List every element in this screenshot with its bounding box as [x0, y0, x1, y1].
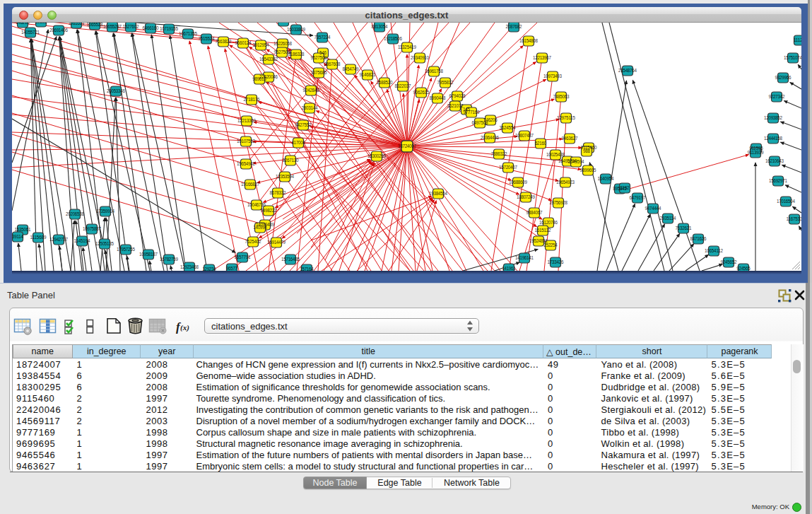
- svg-text:10975887: 10975887: [83, 226, 101, 231]
- svg-text:12444158: 12444158: [764, 136, 782, 141]
- svg-text:10973493: 10973493: [543, 74, 562, 78]
- svg-text:2935114: 2935114: [660, 216, 676, 221]
- svg-text:12093852: 12093852: [764, 115, 782, 120]
- svg-text:20691: 20691: [35, 23, 47, 24]
- svg-text:10655287: 10655287: [103, 24, 122, 29]
- svg-text:19384554: 19384554: [429, 191, 447, 196]
- svg-text:14055721: 14055721: [21, 30, 40, 35]
- svg-text:7625402: 7625402: [245, 239, 261, 244]
- svg-text:6479197: 6479197: [630, 195, 646, 200]
- svg-text:6466160: 6466160: [143, 25, 159, 30]
- svg-text:8990448: 8990448: [430, 95, 446, 100]
- svg-text:1733426: 1733426: [548, 259, 564, 264]
- svg-text:17359914: 17359914: [96, 209, 114, 214]
- svg-text:10025438: 10025438: [546, 152, 565, 157]
- svg-text:18300295: 18300295: [367, 153, 386, 158]
- svg-text:15751074: 15751074: [784, 55, 801, 60]
- svg-text:12213369: 12213369: [237, 118, 256, 123]
- svg-text:141961: 141961: [502, 266, 516, 271]
- svg-text:10958187: 10958187: [139, 252, 158, 257]
- svg-text:9113939: 9113939: [748, 150, 764, 155]
- svg-text:9242848: 9242848: [303, 88, 319, 93]
- svg-text:20340910: 20340910: [411, 55, 429, 60]
- svg-text:1615132: 1615132: [535, 228, 551, 233]
- svg-text:16914479: 16914479: [267, 240, 286, 245]
- svg-text:21548764: 21548764: [618, 68, 637, 73]
- svg-text:1621072: 1621072: [447, 103, 464, 108]
- svg-text:7357224: 7357224: [314, 35, 331, 40]
- svg-text:8454749: 8454749: [343, 66, 359, 71]
- svg-text:16154808: 16154808: [519, 38, 538, 43]
- svg-text:12942737: 12942737: [49, 237, 68, 242]
- svg-text:39114: 39114: [12, 234, 24, 239]
- svg-text:8186328: 8186328: [288, 52, 305, 57]
- svg-text:1115689: 1115689: [30, 235, 47, 240]
- svg-text:18724007: 18724007: [398, 144, 416, 148]
- svg-text:2867608: 2867608: [324, 62, 341, 66]
- svg-text:16782759: 16782759: [160, 257, 178, 262]
- svg-text:8813054: 8813054: [372, 24, 388, 29]
- svg-text:19654942: 19654942: [237, 161, 255, 166]
- svg-text:417004: 417004: [291, 140, 305, 145]
- svg-text:9657791: 9657791: [235, 255, 251, 259]
- svg-text:19756928: 19756928: [549, 200, 567, 205]
- svg-text:7955812: 7955812: [437, 80, 454, 85]
- svg-text:9884067: 9884067: [526, 210, 543, 215]
- svg-text:20053346: 20053346: [107, 88, 125, 93]
- svg-text:3624554: 3624554: [500, 125, 516, 130]
- svg-text:160338: 160338: [276, 23, 290, 23]
- svg-text:1145194: 1145194: [74, 238, 90, 243]
- svg-text:146210: 146210: [16, 23, 30, 25]
- svg-text:252254: 252254: [543, 243, 558, 247]
- svg-text:7663822: 7663822: [216, 39, 232, 44]
- svg-text:16961758: 16961758: [425, 69, 443, 74]
- svg-text:17016504: 17016504: [777, 199, 795, 204]
- svg-text:9245652: 9245652: [721, 259, 737, 264]
- svg-text:15716485: 15716485: [281, 257, 300, 262]
- svg-text:10719155: 10719155: [160, 26, 178, 31]
- svg-text:17957255: 17957255: [117, 247, 135, 252]
- svg-text:11125: 11125: [794, 37, 801, 42]
- svg-text:1640954: 1640954: [598, 176, 614, 181]
- svg-text:2718176: 2718176: [244, 97, 260, 102]
- svg-text:8267130: 8267130: [283, 158, 299, 163]
- svg-text:988: 988: [583, 148, 590, 153]
- svg-text:1167533: 1167533: [787, 216, 801, 221]
- svg-text:15720407: 15720407: [499, 165, 517, 170]
- svg-text:989613: 989613: [252, 76, 266, 81]
- svg-text:10107552: 10107552: [237, 139, 255, 144]
- svg-text:12975115: 12975115: [557, 115, 575, 120]
- svg-text:14196141: 14196141: [515, 255, 534, 260]
- svg-text:9899695: 9899695: [580, 168, 596, 173]
- svg-text:129234: 129234: [202, 267, 216, 271]
- svg-text:3912954: 3912954: [253, 42, 269, 47]
- svg-text:19166827: 19166827: [241, 182, 259, 187]
- svg-text:2087682: 2087682: [506, 24, 522, 29]
- svg-text:1192: 1192: [620, 185, 630, 190]
- svg-text:7515524: 7515524: [199, 36, 215, 41]
- svg-text:1535061: 1535061: [15, 227, 31, 232]
- svg-text:2803144: 2803144: [302, 105, 318, 110]
- svg-text:16543382: 16543382: [259, 57, 278, 62]
- svg-text:1065521: 1065521: [69, 23, 85, 25]
- svg-text:1649594: 1649594: [568, 159, 584, 164]
- svg-text:1527602: 1527602: [123, 24, 139, 29]
- svg-text:12923468: 12923468: [180, 264, 199, 269]
- svg-text:8322037: 8322037: [395, 83, 411, 88]
- svg-text:10807487: 10807487: [515, 133, 534, 138]
- svg-text:9474444: 9474444: [645, 206, 661, 211]
- svg-text:7886322: 7886322: [491, 151, 507, 156]
- svg-text:157164: 157164: [300, 267, 314, 271]
- svg-text:12505135: 12505135: [95, 241, 114, 246]
- svg-text:16210643: 16210643: [765, 158, 784, 163]
- svg-text:9527508: 9527508: [311, 55, 327, 60]
- svg-text:18807249: 18807249: [517, 194, 535, 199]
- svg-text:19654923: 19654923: [556, 180, 575, 185]
- svg-text:1588520: 1588520: [377, 80, 393, 85]
- svg-text:20364436: 20364436: [481, 135, 499, 140]
- svg-text:9660124: 9660124: [235, 40, 252, 45]
- svg-text:6794028: 6794028: [449, 93, 466, 98]
- svg-text:6497508: 6497508: [472, 120, 488, 125]
- svg-text:10671355: 10671355: [179, 31, 197, 36]
- svg-text:16033809: 16033809: [287, 27, 305, 32]
